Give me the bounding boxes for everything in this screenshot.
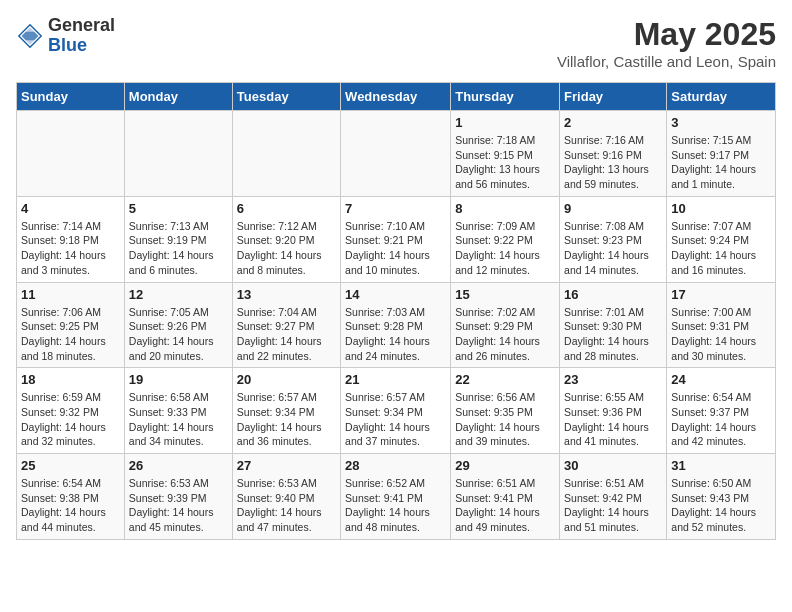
day-info: Sunrise: 6:59 AMSunset: 9:32 PMDaylight:…: [21, 390, 120, 449]
day-cell: 16Sunrise: 7:01 AMSunset: 9:30 PMDayligh…: [560, 282, 667, 368]
day-number: 10: [671, 201, 771, 216]
day-cell: 17Sunrise: 7:00 AMSunset: 9:31 PMDayligh…: [667, 282, 776, 368]
svg-marker-2: [22, 32, 39, 40]
day-cell: 5Sunrise: 7:13 AMSunset: 9:19 PMDaylight…: [124, 196, 232, 282]
day-cell: 3Sunrise: 7:15 AMSunset: 9:17 PMDaylight…: [667, 111, 776, 197]
day-cell: [124, 111, 232, 197]
day-number: 24: [671, 372, 771, 387]
day-number: 22: [455, 372, 555, 387]
day-cell: 30Sunrise: 6:51 AMSunset: 9:42 PMDayligh…: [560, 454, 667, 540]
day-cell: 27Sunrise: 6:53 AMSunset: 9:40 PMDayligh…: [232, 454, 340, 540]
day-info: Sunrise: 7:03 AMSunset: 9:28 PMDaylight:…: [345, 305, 446, 364]
logo-general-text: General: [48, 16, 115, 36]
header-cell-tuesday: Tuesday: [232, 83, 340, 111]
day-info: Sunrise: 7:05 AMSunset: 9:26 PMDaylight:…: [129, 305, 228, 364]
header-cell-saturday: Saturday: [667, 83, 776, 111]
day-info: Sunrise: 6:50 AMSunset: 9:43 PMDaylight:…: [671, 476, 771, 535]
day-info: Sunrise: 7:00 AMSunset: 9:31 PMDaylight:…: [671, 305, 771, 364]
day-info: Sunrise: 6:54 AMSunset: 9:38 PMDaylight:…: [21, 476, 120, 535]
header-cell-sunday: Sunday: [17, 83, 125, 111]
day-number: 17: [671, 287, 771, 302]
day-number: 16: [564, 287, 662, 302]
week-row-1: 1Sunrise: 7:18 AMSunset: 9:15 PMDaylight…: [17, 111, 776, 197]
day-cell: 9Sunrise: 7:08 AMSunset: 9:23 PMDaylight…: [560, 196, 667, 282]
day-number: 3: [671, 115, 771, 130]
day-number: 5: [129, 201, 228, 216]
day-info: Sunrise: 7:16 AMSunset: 9:16 PMDaylight:…: [564, 133, 662, 192]
day-info: Sunrise: 7:13 AMSunset: 9:19 PMDaylight:…: [129, 219, 228, 278]
day-info: Sunrise: 6:57 AMSunset: 9:34 PMDaylight:…: [237, 390, 336, 449]
subtitle: Villaflor, Castille and Leon, Spain: [557, 53, 776, 70]
day-number: 31: [671, 458, 771, 473]
day-info: Sunrise: 6:55 AMSunset: 9:36 PMDaylight:…: [564, 390, 662, 449]
day-info: Sunrise: 6:58 AMSunset: 9:33 PMDaylight:…: [129, 390, 228, 449]
day-info: Sunrise: 7:09 AMSunset: 9:22 PMDaylight:…: [455, 219, 555, 278]
day-number: 9: [564, 201, 662, 216]
calendar-header: SundayMondayTuesdayWednesdayThursdayFrid…: [17, 83, 776, 111]
day-cell: 24Sunrise: 6:54 AMSunset: 9:37 PMDayligh…: [667, 368, 776, 454]
header-cell-friday: Friday: [560, 83, 667, 111]
day-cell: 2Sunrise: 7:16 AMSunset: 9:16 PMDaylight…: [560, 111, 667, 197]
day-number: 4: [21, 201, 120, 216]
title-block: May 2025 Villaflor, Castille and Leon, S…: [557, 16, 776, 70]
day-info: Sunrise: 7:06 AMSunset: 9:25 PMDaylight:…: [21, 305, 120, 364]
day-info: Sunrise: 6:57 AMSunset: 9:34 PMDaylight:…: [345, 390, 446, 449]
main-title: May 2025: [557, 16, 776, 53]
day-cell: 26Sunrise: 6:53 AMSunset: 9:39 PMDayligh…: [124, 454, 232, 540]
day-number: 12: [129, 287, 228, 302]
day-number: 25: [21, 458, 120, 473]
day-cell: 6Sunrise: 7:12 AMSunset: 9:20 PMDaylight…: [232, 196, 340, 282]
day-cell: 12Sunrise: 7:05 AMSunset: 9:26 PMDayligh…: [124, 282, 232, 368]
day-cell: 1Sunrise: 7:18 AMSunset: 9:15 PMDaylight…: [451, 111, 560, 197]
day-info: Sunrise: 7:08 AMSunset: 9:23 PMDaylight:…: [564, 219, 662, 278]
logo: General Blue: [16, 16, 115, 56]
day-info: Sunrise: 6:54 AMSunset: 9:37 PMDaylight:…: [671, 390, 771, 449]
day-info: Sunrise: 7:15 AMSunset: 9:17 PMDaylight:…: [671, 133, 771, 192]
day-cell: 20Sunrise: 6:57 AMSunset: 9:34 PMDayligh…: [232, 368, 340, 454]
day-number: 28: [345, 458, 446, 473]
day-cell: 22Sunrise: 6:56 AMSunset: 9:35 PMDayligh…: [451, 368, 560, 454]
day-cell: 28Sunrise: 6:52 AMSunset: 9:41 PMDayligh…: [341, 454, 451, 540]
week-row-5: 25Sunrise: 6:54 AMSunset: 9:38 PMDayligh…: [17, 454, 776, 540]
day-number: 29: [455, 458, 555, 473]
day-info: Sunrise: 7:01 AMSunset: 9:30 PMDaylight:…: [564, 305, 662, 364]
day-cell: 21Sunrise: 6:57 AMSunset: 9:34 PMDayligh…: [341, 368, 451, 454]
day-cell: [341, 111, 451, 197]
day-info: Sunrise: 6:52 AMSunset: 9:41 PMDaylight:…: [345, 476, 446, 535]
calendar-table: SundayMondayTuesdayWednesdayThursdayFrid…: [16, 82, 776, 540]
day-number: 15: [455, 287, 555, 302]
logo-blue-text: Blue: [48, 36, 115, 56]
page-header: General Blue May 2025 Villaflor, Castill…: [16, 16, 776, 70]
day-number: 23: [564, 372, 662, 387]
day-cell: 7Sunrise: 7:10 AMSunset: 9:21 PMDaylight…: [341, 196, 451, 282]
day-cell: 11Sunrise: 7:06 AMSunset: 9:25 PMDayligh…: [17, 282, 125, 368]
day-cell: 14Sunrise: 7:03 AMSunset: 9:28 PMDayligh…: [341, 282, 451, 368]
day-cell: 8Sunrise: 7:09 AMSunset: 9:22 PMDaylight…: [451, 196, 560, 282]
day-info: Sunrise: 7:14 AMSunset: 9:18 PMDaylight:…: [21, 219, 120, 278]
day-number: 19: [129, 372, 228, 387]
header-cell-thursday: Thursday: [451, 83, 560, 111]
logo-text: General Blue: [48, 16, 115, 56]
week-row-2: 4Sunrise: 7:14 AMSunset: 9:18 PMDaylight…: [17, 196, 776, 282]
day-info: Sunrise: 7:12 AMSunset: 9:20 PMDaylight:…: [237, 219, 336, 278]
day-cell: 19Sunrise: 6:58 AMSunset: 9:33 PMDayligh…: [124, 368, 232, 454]
day-number: 6: [237, 201, 336, 216]
day-info: Sunrise: 7:02 AMSunset: 9:29 PMDaylight:…: [455, 305, 555, 364]
day-number: 1: [455, 115, 555, 130]
day-cell: [17, 111, 125, 197]
day-number: 14: [345, 287, 446, 302]
day-cell: 31Sunrise: 6:50 AMSunset: 9:43 PMDayligh…: [667, 454, 776, 540]
day-cell: 13Sunrise: 7:04 AMSunset: 9:27 PMDayligh…: [232, 282, 340, 368]
day-number: 2: [564, 115, 662, 130]
day-cell: 4Sunrise: 7:14 AMSunset: 9:18 PMDaylight…: [17, 196, 125, 282]
day-number: 7: [345, 201, 446, 216]
day-cell: 18Sunrise: 6:59 AMSunset: 9:32 PMDayligh…: [17, 368, 125, 454]
header-cell-monday: Monday: [124, 83, 232, 111]
day-info: Sunrise: 7:18 AMSunset: 9:15 PMDaylight:…: [455, 133, 555, 192]
day-cell: 10Sunrise: 7:07 AMSunset: 9:24 PMDayligh…: [667, 196, 776, 282]
day-number: 13: [237, 287, 336, 302]
day-number: 26: [129, 458, 228, 473]
day-number: 11: [21, 287, 120, 302]
day-number: 27: [237, 458, 336, 473]
day-cell: 15Sunrise: 7:02 AMSunset: 9:29 PMDayligh…: [451, 282, 560, 368]
